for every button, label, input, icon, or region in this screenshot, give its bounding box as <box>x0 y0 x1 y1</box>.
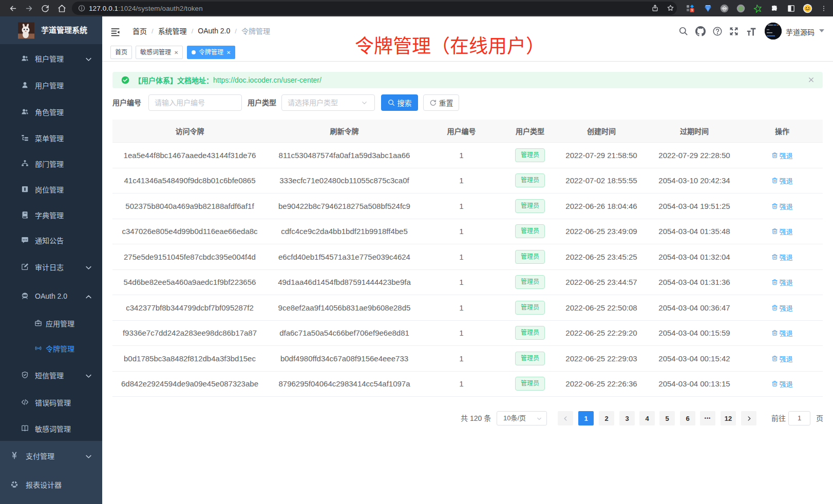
svg-text:9: 9 <box>691 8 693 12</box>
